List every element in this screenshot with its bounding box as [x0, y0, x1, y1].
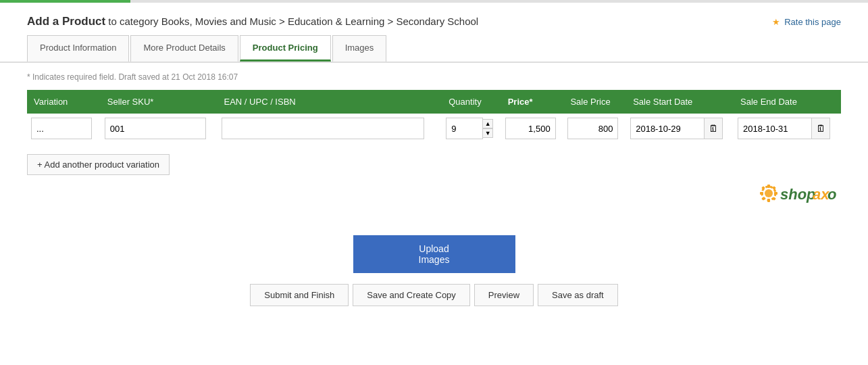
- col-header-sale-start-date: Sale Start Date: [626, 90, 734, 114]
- rate-page-link-area: ★ Rate this page: [772, 17, 841, 27]
- submit-and-finish-button[interactable]: Submit and Finish: [250, 284, 349, 306]
- table-body: ▲ ▼ 🗓: [27, 114, 841, 143]
- upload-section: Upload Images: [0, 235, 868, 273]
- svg-rect-7: [772, 186, 776, 190]
- add-variation-button[interactable]: + Add another product variation: [27, 154, 170, 175]
- table-row: ▲ ▼ 🗓: [27, 114, 841, 143]
- page-header: Add a Product to category Books, Movies …: [0, 3, 868, 35]
- add-product-title: Add a Product: [27, 15, 105, 28]
- cell-sale-price: [563, 114, 626, 143]
- star-icon: ★: [772, 17, 780, 27]
- save-as-draft-button[interactable]: Save as draft: [538, 284, 618, 306]
- cell-price: [501, 114, 564, 143]
- ean-upc-isbn-input[interactable]: [222, 118, 424, 139]
- cell-seller-sku: [101, 114, 218, 143]
- variation-input[interactable]: [31, 118, 92, 139]
- sale-end-date-calendar-button[interactable]: 🗓: [811, 118, 830, 139]
- page-header-left: Add a Product to category Books, Movies …: [27, 15, 478, 28]
- quantity-input[interactable]: [446, 118, 483, 139]
- col-header-sale-price: Sale Price: [563, 90, 626, 114]
- svg-text:o: o: [827, 186, 836, 203]
- cell-sale-end-date: 🗓: [734, 114, 841, 143]
- quantity-spinner: ▲ ▼: [482, 119, 493, 138]
- sale-start-date-input[interactable]: [630, 118, 705, 139]
- svg-point-0: [765, 189, 773, 197]
- svg-rect-3: [767, 199, 770, 202]
- main-content: * Indicates required field. Draft saved …: [0, 63, 868, 185]
- seller-sku-input[interactable]: [105, 118, 206, 139]
- quantity-down-button[interactable]: ▼: [482, 128, 493, 138]
- tab-images[interactable]: Images: [332, 35, 387, 62]
- sale-price-input[interactable]: [567, 118, 618, 139]
- sale-end-date-wrapper: 🗓: [738, 118, 837, 139]
- action-buttons: Submit and Finish Save and Create Copy P…: [0, 284, 868, 306]
- price-input[interactable]: [505, 118, 556, 139]
- table-header: Variation Seller SKU* EAN / UPC / ISBN Q…: [27, 90, 841, 114]
- cell-ean-upc-isbn: [218, 114, 442, 143]
- col-header-variation: Variation: [27, 90, 101, 114]
- pricing-table: Variation Seller SKU* EAN / UPC / ISBN Q…: [27, 90, 841, 143]
- col-header-quantity: Quantity: [442, 90, 501, 114]
- rate-page-link[interactable]: Rate this page: [784, 17, 841, 27]
- cell-quantity: ▲ ▼: [442, 114, 501, 143]
- sale-end-date-input[interactable]: [738, 118, 812, 139]
- svg-rect-6: [761, 186, 765, 190]
- col-header-sale-end-date: Sale End Date: [734, 90, 841, 114]
- col-header-price: Price*: [501, 90, 564, 114]
- upload-images-button[interactable]: Upload Images: [353, 235, 515, 273]
- svg-rect-5: [774, 192, 777, 195]
- svg-text:shop: shop: [780, 186, 816, 203]
- cell-variation: [27, 114, 101, 143]
- draft-info: * Indicates required field. Draft saved …: [27, 72, 841, 82]
- cell-sale-start-date: 🗓: [626, 114, 734, 143]
- svg-rect-2: [767, 185, 770, 188]
- tabs-container: Product Information More Product Details…: [0, 35, 868, 63]
- shopaxo-logo: shop ax o: [753, 178, 841, 215]
- col-header-seller-sku: Seller SKU*: [101, 90, 218, 114]
- sale-start-date-wrapper: 🗓: [630, 118, 730, 139]
- category-path: to category Books, Movies and Music > Ed…: [108, 16, 478, 27]
- tab-more-product-details[interactable]: More Product Details: [130, 35, 238, 62]
- logo-area: shop ax o: [0, 178, 868, 215]
- preview-button[interactable]: Preview: [474, 284, 534, 306]
- tab-product-pricing[interactable]: Product Pricing: [240, 35, 331, 62]
- quantity-wrapper: ▲ ▼: [446, 118, 496, 139]
- save-and-create-copy-button[interactable]: Save and Create Copy: [353, 284, 470, 306]
- col-header-ean-upc-isbn: EAN / UPC / ISBN: [218, 90, 442, 114]
- tab-product-information[interactable]: Product Information: [27, 35, 129, 62]
- sale-start-date-calendar-button[interactable]: 🗓: [704, 118, 723, 139]
- quantity-up-button[interactable]: ▲: [482, 119, 493, 128]
- svg-rect-4: [760, 192, 763, 195]
